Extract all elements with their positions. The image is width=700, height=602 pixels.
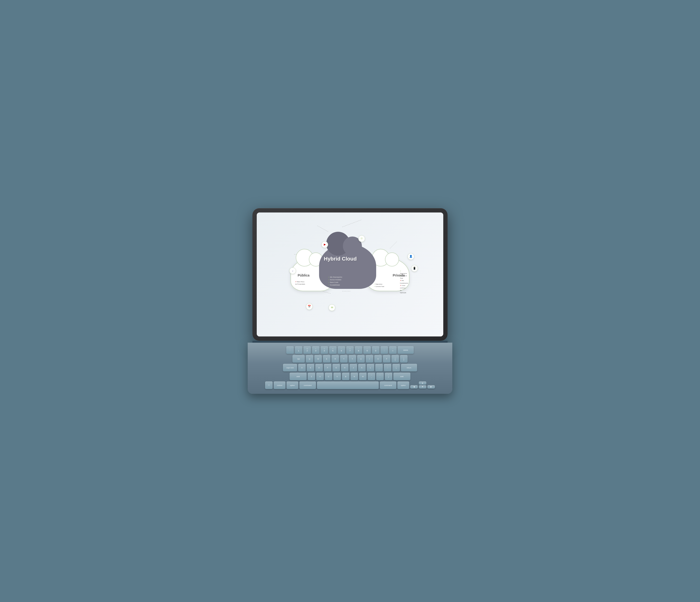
zxcv-row: shift Z X C V B N M <, >. ?/ shift bbox=[252, 373, 448, 380]
fn-key[interactable]: ☐ bbox=[265, 381, 273, 389]
calendar-icon: 📅 bbox=[306, 303, 312, 310]
privada-feature-check2: ✓ Controle Total bbox=[400, 275, 408, 279]
key-9[interactable]: (9 bbox=[363, 346, 371, 354]
privada-feature-cross1: ✗ Alto Investimento bbox=[400, 279, 408, 284]
tablet-screen: ▶ ☉ ♪ 👤 📱 📅 ✉ Hybrid Cloud bbox=[257, 212, 443, 336]
key-v[interactable]: V bbox=[333, 373, 341, 380]
arrow-up-key[interactable]: ▲ bbox=[419, 381, 426, 385]
key-n[interactable]: N bbox=[350, 373, 358, 380]
key-c[interactable]: C bbox=[325, 373, 332, 380]
hybrid-feature-2: ✓ Acesso Imediato bbox=[328, 278, 342, 281]
key-backtick[interactable]: ~` bbox=[286, 346, 294, 354]
svg-line-1 bbox=[342, 220, 361, 227]
right-option-key[interactable]: option bbox=[397, 381, 409, 389]
arrow-right-key[interactable]: ▶ bbox=[427, 385, 435, 388]
key-j[interactable]: J bbox=[350, 364, 357, 371]
privada-feature-cross3: da Operação bbox=[400, 289, 408, 294]
key-4[interactable]: $4 bbox=[321, 346, 328, 354]
key-g[interactable]: G bbox=[332, 364, 340, 371]
key-backslash[interactable]: |\ bbox=[392, 364, 400, 371]
hybrid-feature-3: ✓ Baixo Custo bbox=[328, 281, 342, 284]
key-8[interactable]: *8 bbox=[355, 346, 362, 354]
svg-line-3 bbox=[390, 241, 397, 248]
arrow-cluster: ▲ ◀ ▼ ▶ bbox=[410, 381, 435, 389]
music-icon: ♪ bbox=[289, 268, 296, 274]
arrow-down-key[interactable]: ▼ bbox=[419, 385, 426, 388]
key-equals[interactable]: += bbox=[389, 346, 397, 354]
space-key[interactable] bbox=[317, 381, 379, 389]
publica-check2: ✓ Controle Total bbox=[374, 285, 384, 288]
publica-check1: ✓ Segurança bbox=[374, 283, 384, 285]
hybrid-feature-1: ✓ Alto Desempenho bbox=[328, 276, 342, 278]
svg-line-5 bbox=[322, 291, 330, 294]
delete-key[interactable]: delete bbox=[398, 346, 414, 354]
key-3[interactable]: #3 bbox=[312, 346, 320, 354]
keyboard: ~` !1 @2 #3 $4 %5 ^6 &7 *8 (9 )0 _- += d… bbox=[248, 343, 452, 394]
key-i[interactable]: I bbox=[366, 355, 373, 362]
publica-label: Pública bbox=[298, 273, 309, 277]
tab-key[interactable]: tab bbox=[293, 355, 305, 362]
key-x[interactable]: X bbox=[316, 373, 324, 380]
asdf-row: caps lock A S D F G H J K L :; "' |\ ret… bbox=[252, 364, 448, 371]
control-key[interactable]: control bbox=[274, 381, 285, 389]
key-y[interactable]: Y bbox=[349, 355, 356, 362]
slide: ▶ ☉ ♪ 👤 📱 📅 ✉ Hybrid Cloud bbox=[257, 212, 443, 336]
key-m[interactable]: M bbox=[359, 373, 367, 380]
key-minus[interactable]: _- bbox=[380, 346, 388, 354]
publica-feature-1: ✗ Maior Risco bbox=[295, 280, 305, 283]
key-5[interactable]: %5 bbox=[329, 346, 337, 354]
email-icon: ✉ bbox=[329, 304, 335, 311]
keys-area: ~` !1 @2 #3 $4 %5 ^6 &7 *8 (9 )0 _- += d… bbox=[252, 346, 448, 389]
scene: ▶ ☉ ♪ 👤 📱 📅 ✉ Hybrid Cloud bbox=[243, 208, 457, 394]
svg-line-0 bbox=[318, 226, 328, 232]
user-icon: 👤 bbox=[407, 253, 414, 260]
modifier-row: ☐ control option command command option … bbox=[252, 381, 448, 389]
privada-feature-cross2: ✗ Custo contínuo bbox=[400, 284, 408, 289]
key-semicolon[interactable]: :; bbox=[375, 364, 383, 371]
right-shift-key[interactable]: shift bbox=[393, 373, 410, 380]
key-2[interactable]: @2 bbox=[303, 346, 311, 354]
publica-feature-2: de Priviacidade bbox=[295, 283, 305, 285]
arrow-left-key[interactable]: ◀ bbox=[410, 385, 418, 388]
key-comma[interactable]: <, bbox=[368, 373, 375, 380]
hybrid-cloud-label: Hybrid Cloud bbox=[324, 255, 357, 262]
key-0[interactable]: )0 bbox=[372, 346, 379, 354]
key-p[interactable]: P bbox=[383, 355, 391, 362]
caps-lock-key[interactable]: caps lock bbox=[283, 364, 297, 371]
key-b[interactable]: B bbox=[342, 373, 350, 380]
key-f[interactable]: F bbox=[324, 364, 331, 371]
key-7[interactable]: &7 bbox=[346, 346, 354, 354]
phone-icon: 📱 bbox=[411, 265, 418, 272]
key-e[interactable]: E bbox=[323, 355, 330, 362]
keyboard-hinge bbox=[252, 341, 448, 343]
key-k[interactable]: K bbox=[358, 364, 366, 371]
key-s[interactable]: S bbox=[307, 364, 314, 371]
key-period[interactable]: >. bbox=[376, 373, 384, 380]
right-command-key[interactable]: command bbox=[380, 381, 396, 389]
left-command-key[interactable]: command bbox=[299, 381, 316, 389]
key-w[interactable]: W bbox=[314, 355, 322, 362]
youtube-icon: ▶ bbox=[321, 241, 328, 248]
key-h[interactable]: H bbox=[341, 364, 349, 371]
key-l[interactable]: L bbox=[367, 364, 374, 371]
key-quote[interactable]: "' bbox=[384, 364, 392, 371]
key-d[interactable]: D bbox=[315, 364, 323, 371]
key-z[interactable]: Z bbox=[308, 373, 315, 380]
tablet: ▶ ☉ ♪ 👤 📱 📅 ✉ Hybrid Cloud bbox=[252, 208, 448, 341]
key-r[interactable]: R bbox=[331, 355, 339, 362]
key-a[interactable]: A bbox=[298, 364, 306, 371]
key-u[interactable]: U bbox=[357, 355, 365, 362]
return-key[interactable]: return bbox=[401, 364, 417, 371]
key-1[interactable]: !1 bbox=[295, 346, 302, 354]
left-option-key[interactable]: option bbox=[286, 381, 298, 389]
key-o[interactable]: O bbox=[374, 355, 382, 362]
key-lbracket[interactable]: {[ bbox=[392, 355, 399, 362]
hybrid-feature-4: ✓ Escalabilidade bbox=[328, 284, 342, 286]
key-q[interactable]: Q bbox=[306, 355, 314, 362]
key-6[interactable]: ^6 bbox=[338, 346, 345, 354]
left-shift-key[interactable]: shift bbox=[290, 373, 307, 380]
key-t[interactable]: T bbox=[340, 355, 348, 362]
cloud-hybrid bbox=[319, 244, 376, 289]
key-rbracket[interactable]: }] bbox=[400, 355, 407, 362]
key-slash[interactable]: ?/ bbox=[385, 373, 392, 380]
